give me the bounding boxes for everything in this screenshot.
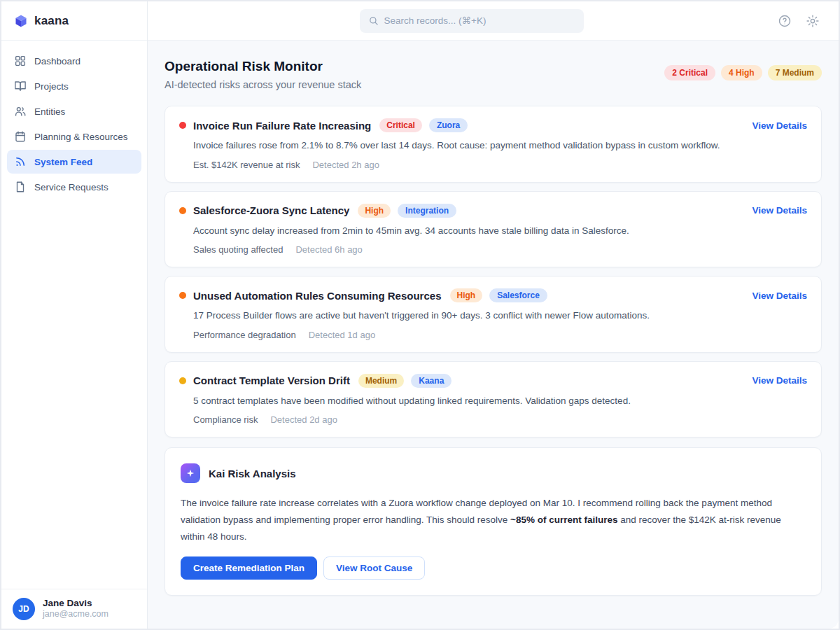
- risk-description: 17 Process Builder flows are active but …: [193, 309, 807, 323]
- source-tag: Zuora: [429, 118, 468, 132]
- view-details-link[interactable]: View Details: [752, 290, 807, 301]
- severity-badge: Critical: [379, 118, 422, 132]
- risk-description: Account sync delay increased from 2min t…: [193, 224, 807, 238]
- kai-title: Kai Risk Analysis: [209, 468, 296, 479]
- sidebar-item-label: Projects: [34, 81, 69, 92]
- risk-detected-time: Detected 2d ago: [270, 414, 337, 425]
- logo: kaana: [1, 1, 147, 41]
- critical-count-badge: 2 Critical: [664, 65, 715, 80]
- severity-dot: [179, 292, 186, 299]
- search-input[interactable]: [384, 15, 575, 26]
- page-subtitle: AI-detected risks across your revenue st…: [164, 79, 361, 90]
- risk-card-list: Invoice Run Failure Rate Increasing Crit…: [164, 106, 822, 596]
- book-icon: [14, 80, 27, 92]
- search-box[interactable]: [360, 9, 584, 33]
- severity-dot: [179, 377, 186, 384]
- sidebar-item-label: Dashboard: [34, 56, 80, 66]
- rss-icon: [14, 155, 27, 168]
- kai-analysis-card: Kai Risk Analysis The invoice failure ra…: [164, 447, 822, 596]
- risk-impact: Performance degradation: [193, 330, 296, 340]
- help-icon[interactable]: [777, 13, 792, 29]
- user-email: jane@acme.com: [43, 609, 108, 620]
- app-name: kaana: [34, 14, 69, 28]
- risk-title: Salesforce-Zuora Sync Latency: [193, 204, 349, 216]
- sidebar: kaana Dashboard Projects Entities Planni…: [1, 1, 148, 629]
- summary-badges: 2 Critical 4 High 7 Medium: [664, 59, 822, 80]
- create-remediation-plan-button[interactable]: Create Remediation Plan: [181, 556, 317, 580]
- sidebar-item-dashboard[interactable]: Dashboard: [7, 49, 141, 73]
- risk-description: 5 contract templates have been modified …: [193, 394, 807, 408]
- sidebar-item-label: Planning & Resources: [34, 132, 128, 142]
- risk-title: Invoice Run Failure Rate Increasing: [193, 120, 371, 132]
- search-icon: [368, 15, 379, 26]
- sidebar-item-label: System Feed: [34, 157, 92, 167]
- view-details-link[interactable]: View Details: [752, 120, 807, 131]
- content-area: Operational Risk Monitor AI-detected ris…: [148, 41, 839, 629]
- kai-body-highlight: ~85% of current failures: [510, 514, 617, 525]
- risk-card: Invoice Run Failure Rate Increasing Crit…: [164, 106, 822, 183]
- kai-body: The invoice failure rate increase correl…: [181, 495, 806, 545]
- medium-count-badge: 7 Medium: [768, 65, 822, 80]
- risk-description: Invoice failures rose from 2.1% to 8.7% …: [193, 139, 807, 153]
- sidebar-item-planning-resources[interactable]: Planning & Resources: [7, 125, 141, 148]
- risk-title: Contract Template Version Drift: [193, 374, 350, 386]
- user-name: Jane Davis: [43, 598, 108, 610]
- file-icon: [14, 181, 27, 193]
- app-window: kaana Dashboard Projects Entities Planni…: [0, 0, 840, 630]
- risk-detected-time: Detected 2h ago: [312, 160, 379, 170]
- user-profile[interactable]: JD Jane Davis jane@acme.com: [1, 589, 147, 629]
- dashboard-grid-icon: [14, 55, 27, 67]
- risk-detected-time: Detected 1d ago: [309, 330, 375, 340]
- topbar: [148, 1, 839, 41]
- users-icon: [14, 105, 27, 118]
- sidebar-item-system-feed[interactable]: System Feed: [7, 150, 141, 174]
- risk-card: Unused Automation Rules Consuming Resour…: [164, 276, 822, 353]
- risk-card: Salesforce-Zuora Sync Latency High Integ…: [164, 191, 822, 268]
- severity-badge: High: [358, 204, 391, 218]
- view-details-link[interactable]: View Details: [752, 375, 807, 386]
- sidebar-item-label: Entities: [34, 106, 65, 117]
- view-root-cause-button[interactable]: View Root Cause: [323, 556, 425, 580]
- cube-logo-icon: [14, 14, 28, 28]
- severity-badge: Medium: [358, 374, 404, 388]
- page-header: Operational Risk Monitor AI-detected ris…: [164, 59, 822, 90]
- risk-impact: Sales quoting affected: [193, 244, 283, 255]
- risk-card: Contract Template Version Drift Medium K…: [164, 361, 822, 438]
- sidebar-item-entities[interactable]: Entities: [7, 99, 141, 123]
- main-region: Operational Risk Monitor AI-detected ris…: [148, 1, 839, 629]
- source-tag: Kaana: [411, 374, 451, 388]
- high-count-badge: 4 High: [721, 65, 762, 80]
- gear-icon[interactable]: [805, 13, 820, 29]
- risk-detected-time: Detected 6h ago: [295, 244, 362, 255]
- sidebar-item-projects[interactable]: Projects: [7, 74, 141, 98]
- page-title: Operational Risk Monitor: [164, 59, 361, 74]
- risk-impact: Est. $142K revenue at risk: [193, 160, 300, 170]
- risk-impact: Compliance risk: [193, 414, 258, 425]
- source-tag: Salesforce: [489, 288, 547, 302]
- risk-title: Unused Automation Rules Consuming Resour…: [193, 290, 442, 302]
- sidebar-item-label: Service Requests: [34, 182, 108, 192]
- sidebar-item-service-requests[interactable]: Service Requests: [7, 175, 141, 199]
- severity-dot: [179, 122, 186, 129]
- avatar: JD: [13, 598, 35, 620]
- view-details-link[interactable]: View Details: [752, 205, 807, 216]
- sidebar-nav: Dashboard Projects Entities Planning & R…: [1, 41, 147, 589]
- calendar-icon: [14, 130, 27, 143]
- severity-badge: High: [450, 288, 483, 302]
- source-tag: Integration: [398, 204, 456, 218]
- severity-dot: [179, 207, 186, 214]
- sparkle-icon: [181, 463, 200, 483]
